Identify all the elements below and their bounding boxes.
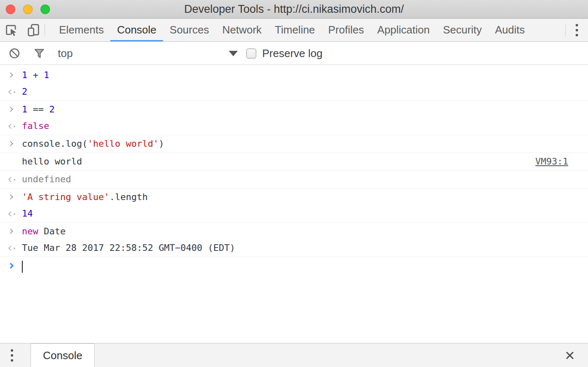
toolbar-separator <box>45 24 45 36</box>
console-result-row: false <box>0 118 588 134</box>
preserve-log-label[interactable]: Preserve log <box>262 47 322 60</box>
device-toolbar-button[interactable] <box>22 19 45 41</box>
console-text: Tue Mar 28 2017 22:58:52 GMT−0400 (EDT) <box>22 243 235 253</box>
devtools-tabbar: ElementsConsoleSourcesNetworkTimelinePro… <box>0 19 588 42</box>
tab-console[interactable]: Console <box>110 19 163 41</box>
console-command-row: 1 == 2 <box>0 101 588 118</box>
filter-funnel-icon <box>33 47 45 60</box>
console-text: false <box>22 121 49 131</box>
console-text: 1 + 1 <box>22 70 49 80</box>
drawer-close-button[interactable] <box>558 343 581 367</box>
tab-application[interactable]: Application <box>371 19 436 41</box>
console-group: undefined <box>0 171 588 188</box>
device-toolbar-icon <box>26 23 40 37</box>
tab-strip: ElementsConsoleSourcesNetworkTimelinePro… <box>52 19 531 41</box>
overflow-menu-button[interactable] <box>566 19 588 41</box>
command-chevron-icon <box>9 141 14 146</box>
execution-context-selector[interactable]: top <box>58 42 238 65</box>
code-segment: undefined <box>22 174 71 184</box>
console-result-row: Tue Mar 28 2017 22:58:52 GMT−0400 (EDT) <box>0 240 588 256</box>
console-log-row: hello worldVM93:1 <box>0 153 588 170</box>
code-segment: false <box>22 121 49 131</box>
drawer-menu-button[interactable] <box>0 343 24 367</box>
result-arrow-icon <box>8 124 15 129</box>
code-segment: == <box>27 104 49 114</box>
text-caret <box>22 261 23 273</box>
code-segment: 1 <box>22 104 27 114</box>
console-text: hello world <box>22 156 82 167</box>
tab-timeline[interactable]: Timeline <box>268 19 322 41</box>
code-segment: 2 <box>22 86 27 97</box>
clear-console-button[interactable] <box>8 47 21 60</box>
console-text: 'A string value'.length <box>22 192 148 202</box>
console-command-row: new Date <box>0 223 588 240</box>
code-segment: 'A string value' <box>22 192 109 202</box>
clear-console-icon <box>8 47 21 60</box>
console-group: 1 == 2false <box>0 101 588 135</box>
titlebar: Developer Tools - http://ci.nikasimovich… <box>0 0 588 19</box>
console-text: 14 <box>22 208 33 219</box>
tab-security[interactable]: Security <box>436 19 488 41</box>
console-result-row: undefined <box>0 171 588 188</box>
console-text: undefined <box>22 174 71 184</box>
command-chevron-icon <box>9 107 14 112</box>
code-segment: 14 <box>22 208 33 219</box>
code-segment: hello world <box>22 156 82 167</box>
console-group: 1 + 12 <box>0 67 588 101</box>
result-arrow-icon <box>8 177 15 182</box>
code-segment: 2 <box>49 104 55 114</box>
console-text: new Date <box>22 226 66 236</box>
console-result-row: 2 <box>0 83 588 100</box>
preserve-log-checkbox[interactable] <box>246 48 256 59</box>
console-text: 1 == 2 <box>22 104 55 114</box>
inspect-cursor-icon <box>4 23 18 37</box>
console-group: console.log('hello world') <box>0 135 588 153</box>
result-arrow-icon <box>8 245 15 250</box>
code-segment: Date <box>38 226 66 236</box>
tab-network[interactable]: Network <box>216 19 268 41</box>
filter-button[interactable] <box>33 47 45 60</box>
close-icon <box>565 350 575 360</box>
drawer-tab-console[interactable]: Console <box>31 343 95 367</box>
dropdown-arrow-icon <box>229 51 238 56</box>
code-segment: + <box>27 70 44 80</box>
code-segment: new <box>22 226 38 236</box>
code-segment: Tue Mar 28 2017 22:58:52 GMT−0400 (EDT) <box>22 243 235 253</box>
console-toolbar: top Preserve log <box>0 42 588 65</box>
console-text: 2 <box>22 86 27 97</box>
console-area: 1 + 121 == 2falseconsole.log('hello worl… <box>0 65 588 343</box>
command-chevron-icon <box>9 229 14 234</box>
inspect-element-button[interactable] <box>0 19 22 41</box>
window-title: Developer Tools - http://ci.nikasimovich… <box>0 0 588 19</box>
source-link[interactable]: VM93:1 <box>536 153 568 170</box>
code-segment: console.log( <box>22 138 88 149</box>
tab-profiles[interactable]: Profiles <box>322 19 371 41</box>
tab-audits[interactable]: Audits <box>488 19 531 41</box>
code-segment: .length <box>109 192 148 202</box>
drawer-tab-label: Console <box>43 349 82 362</box>
console-prompt[interactable] <box>0 257 588 275</box>
execution-context-label: top <box>58 47 73 60</box>
result-arrow-icon <box>8 211 15 216</box>
console-group: 'A string value'.length14 <box>0 188 588 223</box>
console-command-row: 'A string value'.length <box>0 189 588 205</box>
tab-elements[interactable]: Elements <box>52 19 110 41</box>
code-segment: 'hello world' <box>88 138 159 149</box>
console-log: 1 + 121 == 2falseconsole.log('hello worl… <box>0 67 588 257</box>
code-segment: ) <box>159 138 164 149</box>
command-chevron-icon <box>9 72 14 77</box>
console-command-row: console.log('hello world') <box>0 136 588 152</box>
command-chevron-icon <box>9 194 14 199</box>
code-segment: 1 <box>22 70 27 80</box>
result-arrow-icon <box>8 89 15 94</box>
tab-sources[interactable]: Sources <box>163 19 216 41</box>
console-text: console.log('hello world') <box>22 138 164 149</box>
prompt-chevron-icon <box>9 263 14 268</box>
console-group: hello worldVM93:1 <box>0 153 588 171</box>
code-segment: 1 <box>44 70 49 80</box>
console-command-row: 1 + 1 <box>0 67 588 83</box>
console-group: new DateTue Mar 28 2017 22:58:52 GMT−040… <box>0 223 588 257</box>
drawer-bar: Console <box>0 343 588 367</box>
console-result-row: 14 <box>0 205 588 222</box>
